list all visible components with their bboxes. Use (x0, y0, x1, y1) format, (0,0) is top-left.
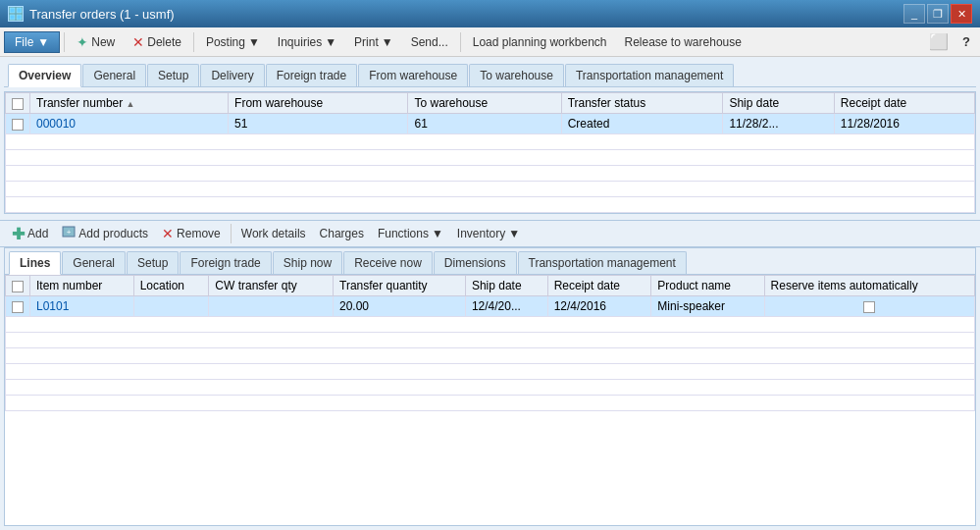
sort-arrow: ▲ (127, 99, 135, 109)
remove-label: Remove (177, 227, 221, 240)
delete-button[interactable]: ✕ Delete (125, 31, 189, 53)
header-receipt-date[interactable]: Receipt date (834, 93, 974, 114)
header-from-warehouse[interactable]: From warehouse (229, 93, 408, 114)
svg-rect-0 (10, 8, 15, 13)
line-check[interactable] (6, 296, 30, 317)
row-to-warehouse: 61 (408, 114, 561, 134)
posting-button[interactable]: Posting ▼ (198, 32, 268, 52)
new-button[interactable]: ✦ New (69, 31, 123, 53)
release-warehouse-button[interactable]: Release to warehouse (617, 32, 749, 52)
load-planning-label: Load planning workbench (473, 35, 607, 49)
svg-rect-2 (10, 15, 15, 20)
tab-dimensions[interactable]: Dimensions (434, 251, 517, 274)
minimize-button[interactable]: _ (903, 4, 925, 24)
lines-header-transfer-qty[interactable]: Transfer quantity (334, 276, 466, 296)
lines-header-product-name[interactable]: Product name (651, 276, 764, 296)
toolbar-sep-1 (231, 224, 232, 243)
line-product-name: Mini-speaker (651, 296, 764, 317)
tab-from-warehouse[interactable]: From warehouse (358, 64, 468, 86)
lines-header-item-number[interactable]: Item number (30, 276, 134, 296)
tab-general-lower[interactable]: General (62, 251, 126, 274)
lines-table: Item number Location CW transfer qty Tra… (5, 275, 975, 411)
tab-transportation-lower[interactable]: Transportation management (518, 251, 687, 274)
inventory-button[interactable]: Inventory ▼ (451, 225, 526, 242)
release-label: Release to warehouse (625, 35, 742, 49)
inventory-label: Inventory (457, 227, 505, 240)
lines-toolbar: ✚ Add + Add products ✕ Remove Work detai… (0, 220, 980, 247)
delete-icon: ✕ (132, 34, 144, 50)
inquiries-button[interactable]: Inquiries ▼ (270, 32, 344, 52)
add-products-icon: + (62, 226, 76, 242)
tab-lines[interactable]: Lines (9, 251, 61, 275)
monitor-button[interactable]: ⬜ (923, 31, 954, 52)
charges-button[interactable]: Charges (314, 225, 370, 242)
lines-table-row[interactable]: L0101 20.00 12/4/20... 12/4/2016 Mini-sp… (6, 296, 975, 317)
title-bar: Transfer orders (1 - usmf) _ ❐ ✕ (0, 0, 980, 27)
functions-label: Functions (378, 227, 429, 240)
remove-button[interactable]: ✕ Remove (156, 224, 227, 243)
header-ship-date[interactable]: Ship date (723, 93, 834, 114)
lines-header-checkbox[interactable] (12, 281, 24, 292)
file-menu[interactable]: File ▼ (4, 31, 60, 53)
send-label: Send... (411, 35, 448, 49)
header-transfer-number[interactable]: Transfer number ▲ (30, 93, 229, 114)
lines-header-cw-qty[interactable]: CW transfer qty (209, 276, 334, 296)
tab-general-upper[interactable]: General (82, 64, 146, 86)
charges-label: Charges (320, 227, 364, 240)
window-close-button[interactable]: ✕ (951, 4, 972, 24)
main-content: Overview General Setup Delivery Foreign … (0, 57, 980, 530)
tab-receive-now[interactable]: Receive now (343, 251, 433, 274)
menu-sep-1 (64, 32, 65, 52)
help-button[interactable]: ? (956, 33, 976, 50)
header-checkbox[interactable] (12, 98, 24, 110)
add-label: Add (27, 227, 48, 240)
row-transfer-status: Created (561, 114, 723, 134)
line-reserve-auto[interactable] (764, 296, 974, 317)
line-ship-date: 12/4/20... (465, 296, 547, 317)
tab-to-warehouse[interactable]: To warehouse (469, 64, 564, 86)
tab-foreign-trade-upper[interactable]: Foreign trade (266, 64, 357, 86)
add-products-button[interactable]: + Add products (56, 224, 154, 244)
header-transfer-status[interactable]: Transfer status (561, 93, 723, 114)
line-transfer-qty: 20.00 (334, 296, 466, 317)
tab-overview[interactable]: Overview (8, 64, 81, 87)
send-button[interactable]: Send... (403, 32, 456, 52)
lines-header-ship-date[interactable]: Ship date (465, 276, 547, 296)
menu-sep-3 (460, 32, 461, 52)
posting-label: Posting (206, 35, 245, 49)
functions-button[interactable]: Functions ▼ (372, 225, 449, 242)
work-details-button[interactable]: Work details (235, 225, 312, 242)
table-row[interactable]: 000010 51 61 Created 11/28/2... 11/28/20… (6, 114, 975, 134)
inquiries-label: Inquiries (278, 35, 322, 49)
header-check (6, 93, 30, 114)
line-receipt-date: 12/4/2016 (547, 296, 651, 317)
lower-tab-row: Lines General Setup Foreign trade Ship n… (5, 248, 975, 275)
reserve-auto-checkbox[interactable] (863, 301, 875, 313)
tab-foreign-trade-lower[interactable]: Foreign trade (180, 251, 271, 274)
restore-button[interactable]: ❐ (927, 4, 949, 24)
print-button[interactable]: Print ▼ (346, 32, 401, 52)
row-checkbox[interactable] (12, 119, 24, 131)
row-check[interactable] (6, 114, 30, 134)
lines-header-receipt-date[interactable]: Receipt date (547, 276, 651, 296)
add-icon: ✚ (12, 225, 25, 243)
svg-rect-3 (17, 15, 22, 20)
row-transfer-number[interactable]: 000010 (30, 114, 229, 134)
tab-transportation-upper[interactable]: Transportation management (565, 64, 734, 86)
lines-empty-row-1 (6, 317, 975, 333)
lines-table-container[interactable]: Item number Location CW transfer qty Tra… (5, 275, 975, 525)
lines-empty-row-4 (6, 364, 975, 380)
header-to-warehouse[interactable]: To warehouse (408, 93, 561, 114)
add-button[interactable]: ✚ Add (6, 223, 54, 245)
lines-header-location[interactable]: Location (133, 276, 209, 296)
load-planning-button[interactable]: Load planning workbench (465, 32, 615, 52)
table-empty-row-4 (6, 182, 975, 197)
upper-tab-row: Overview General Setup Delivery Foreign … (4, 61, 976, 87)
lines-header-reserve-auto[interactable]: Reserve items automatically (764, 276, 974, 296)
tab-setup-upper[interactable]: Setup (147, 64, 199, 86)
tab-delivery[interactable]: Delivery (200, 64, 264, 86)
tab-setup-lower[interactable]: Setup (127, 251, 179, 274)
tab-ship-now[interactable]: Ship now (273, 251, 342, 274)
table-empty-row-3 (6, 166, 975, 182)
line-checkbox[interactable] (12, 301, 24, 313)
